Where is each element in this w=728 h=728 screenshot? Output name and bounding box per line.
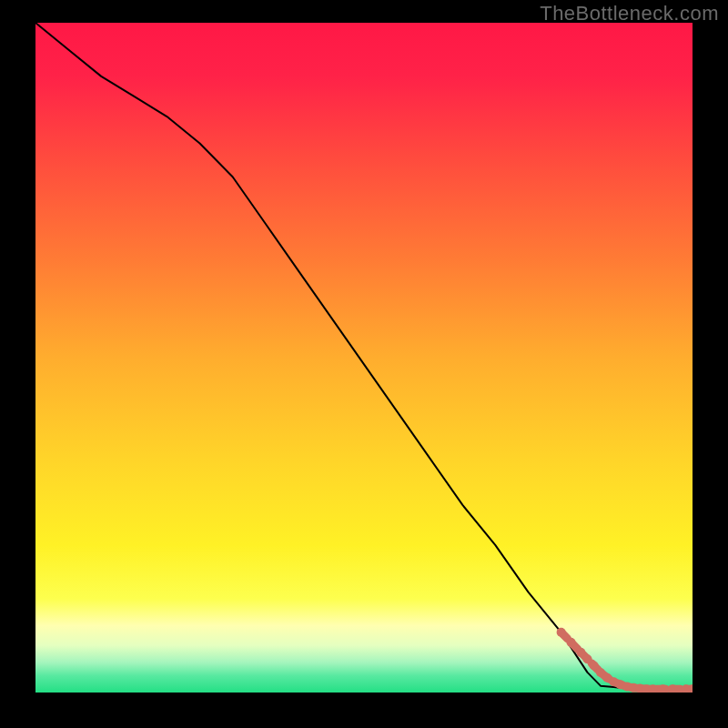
chart-container: TheBottleneck.com [0, 0, 728, 728]
marker-point [566, 638, 575, 647]
marker-point [590, 662, 599, 671]
marker-point [576, 648, 585, 657]
plot-area [35, 23, 693, 693]
marker-point [557, 628, 566, 637]
gradient-background [35, 23, 693, 693]
marker-point [582, 654, 592, 663]
chart-svg [35, 23, 693, 693]
